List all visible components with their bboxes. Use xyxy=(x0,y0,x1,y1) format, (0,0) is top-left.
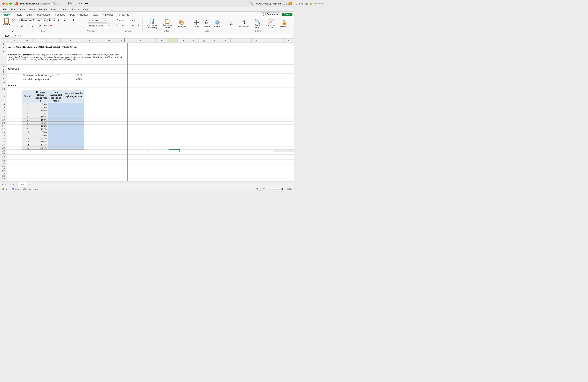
cell-c22[interactable]: 10.22% xyxy=(33,127,48,131)
menu-view[interactable]: View xyxy=(18,8,26,11)
maximize-button[interactable] xyxy=(9,2,12,5)
cell-e14[interactable] xyxy=(63,103,84,106)
cell-f8[interactable] xyxy=(84,73,127,77)
cell-f21[interactable] xyxy=(84,125,127,127)
prev-sheet-btn[interactable]: ◁ xyxy=(4,182,8,186)
cell-a9[interactable] xyxy=(7,77,22,81)
cell-b20[interactable]: 7 xyxy=(22,121,33,125)
cell-f25[interactable] xyxy=(84,137,127,140)
cell-e19[interactable] xyxy=(63,118,84,121)
cell-d26[interactable] xyxy=(48,140,63,143)
cell-b14[interactable]: 1 xyxy=(22,103,33,106)
analyze-data-btn[interactable]: 📈 Analyze Data xyxy=(265,18,277,29)
cell-f24[interactable] xyxy=(84,134,127,137)
row-num-16[interactable]: 16 xyxy=(0,109,7,112)
confirm-formula-btn[interactable]: ✓ xyxy=(18,34,20,37)
row-num-9[interactable]: 9 xyxy=(0,77,7,81)
tab-review[interactable]: Review xyxy=(78,13,90,17)
scroll-right-btn[interactable]: ▶ xyxy=(12,182,15,186)
cell-j13[interactable] xyxy=(127,90,294,103)
cell-j24[interactable] xyxy=(127,134,294,137)
cell-a15[interactable] xyxy=(7,106,22,109)
col-header-e[interactable]: E xyxy=(61,39,80,42)
comma-btn[interactable]: , xyxy=(126,23,130,28)
col-header-j[interactable]: J xyxy=(125,39,135,42)
tab-page-layout[interactable]: Page Layout xyxy=(35,13,53,17)
cell-b18[interactable]: 5 xyxy=(22,115,33,118)
tab-tell-me[interactable]: 💡Tell me xyxy=(116,13,131,17)
save-icon[interactable]: 💾 xyxy=(68,2,72,5)
comments-button[interactable]: 💬 Comments xyxy=(261,12,280,16)
cell-reference[interactable]: N29 xyxy=(1,34,13,38)
cell-f16[interactable] xyxy=(84,109,127,112)
cell-f22[interactable] xyxy=(84,127,127,131)
cell-b26[interactable]: 13 xyxy=(22,140,33,143)
cell-c13[interactable]: Required Return (during year t) xyxy=(33,90,48,103)
format-btn[interactable]: ⚙️ Format xyxy=(212,18,222,29)
cell-d21[interactable] xyxy=(48,125,63,127)
autosum-btn[interactable]: Σ xyxy=(226,18,236,29)
cell-d15[interactable] xyxy=(48,106,63,109)
cell-j6[interactable] xyxy=(127,67,294,71)
percent-btn[interactable]: % xyxy=(120,23,125,28)
cell-d28[interactable] xyxy=(48,146,63,149)
cell-j3[interactable] xyxy=(127,49,294,53)
cell-a12[interactable] xyxy=(7,87,127,90)
cell-a18[interactable] xyxy=(7,115,22,118)
menu-insert[interactable]: Insert xyxy=(27,8,37,11)
cell-a27[interactable] xyxy=(7,143,22,146)
cell-j8[interactable] xyxy=(127,73,294,77)
cell-a6[interactable]: Given Data xyxy=(7,67,22,71)
cell-b6[interactable] xyxy=(22,67,127,71)
decrease-font-btn[interactable]: A↓ xyxy=(63,18,67,23)
menu-window[interactable]: Window xyxy=(68,8,80,11)
row-num-20[interactable]: 20 xyxy=(0,121,7,125)
cell-a29[interactable] xyxy=(7,149,22,152)
cell-d27[interactable] xyxy=(48,143,63,146)
cell-b28[interactable]: 15 xyxy=(22,146,33,149)
cell-d17[interactable] xyxy=(48,112,63,115)
cell-l29[interactable] xyxy=(148,149,159,152)
col-header-n[interactable]: N xyxy=(167,39,178,42)
row-num-14[interactable]: 14 xyxy=(0,103,7,106)
cell-a28[interactable] xyxy=(7,146,22,149)
row-num-27[interactable]: 27 xyxy=(0,143,7,146)
formula-input[interactable] xyxy=(23,34,293,38)
cell-j12[interactable] xyxy=(127,87,294,90)
cell-c24[interactable]: 11.98% xyxy=(33,134,48,137)
row-num-12[interactable]: 12 xyxy=(0,87,7,90)
cell-j9[interactable] xyxy=(127,77,294,81)
cell-a21[interactable] xyxy=(7,125,22,127)
cell-e13[interactable]: Stock Price (at the beginning of year t) xyxy=(63,90,84,103)
function-btn[interactable]: ƒ xyxy=(20,34,21,37)
format-painter-btn[interactable]: 🖌 xyxy=(11,28,15,33)
cell-c26[interactable]: 10.96% xyxy=(33,140,48,143)
decrease-decimal-btn[interactable]: .0↓ xyxy=(136,23,141,28)
cell-a25[interactable] xyxy=(7,137,22,140)
cell-e20[interactable] xyxy=(63,121,84,125)
cell-a7[interactable] xyxy=(7,71,127,73)
row-num-22[interactable]: 22 xyxy=(0,127,7,131)
cell-d14[interactable] xyxy=(48,103,63,106)
menu-file[interactable]: File xyxy=(1,8,9,11)
cell-b1[interactable] xyxy=(22,42,127,45)
row-num-28[interactable]: 28 xyxy=(0,146,7,149)
tab-home[interactable]: Home xyxy=(1,12,13,17)
row-num-25[interactable]: 25 xyxy=(0,137,7,140)
cell-b27[interactable]: 14 xyxy=(22,143,33,146)
cell-d18[interactable] xyxy=(48,115,63,118)
cell-j10[interactable] xyxy=(127,81,294,84)
cell-d16[interactable] xyxy=(48,109,63,112)
cell-j21[interactable] xyxy=(127,125,294,127)
cancel-formula-btn[interactable]: ✕ xyxy=(15,34,17,37)
cell-a24[interactable] xyxy=(7,134,22,137)
row-num-19[interactable]: 19 xyxy=(0,118,7,121)
cell-j19[interactable] xyxy=(127,118,294,121)
row-num-38[interactable]: 38 xyxy=(0,172,7,175)
tab-automate[interactable]: Automate xyxy=(101,13,115,17)
cell-f13[interactable] xyxy=(84,90,127,103)
cell-e9[interactable]: 4.00% xyxy=(63,77,84,81)
cell-j27[interactable] xyxy=(127,143,294,146)
row-num-35[interactable]: 35 xyxy=(0,165,7,167)
col-header-r[interactable]: R xyxy=(210,39,220,42)
